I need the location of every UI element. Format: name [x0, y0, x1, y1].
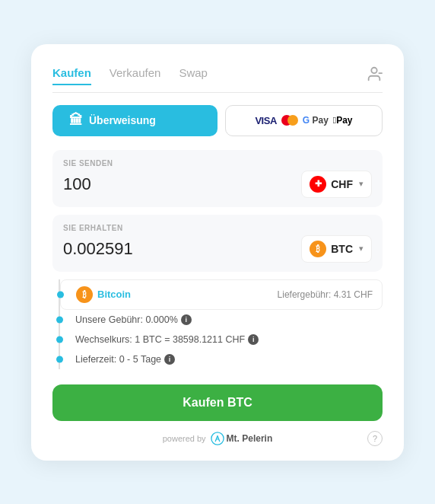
main-card: Kaufen Verkaufen Swap 🏛 Überweisung VISA… [31, 44, 404, 461]
receive-currency-code: BTC [331, 243, 353, 255]
send-input-group: SIE SENDEN 100 ✚ CHF ▾ [52, 150, 383, 207]
exchange-rate-row: Wechselkurs: 1 BTC = 38598.1211 CHF i [60, 330, 383, 349]
tab-swap[interactable]: Swap [179, 66, 208, 85]
send-currency-selector[interactable]: ✚ CHF ▾ [301, 171, 372, 198]
receive-currency-selector[interactable]: ₿ BTC ▾ [301, 235, 372, 263]
user-icon[interactable] [366, 65, 383, 86]
bank-transfer-label: Überweisung [89, 114, 156, 126]
help-icon[interactable]: ? [367, 431, 383, 446]
tab-verkaufen[interactable]: Verkaufen [110, 66, 161, 85]
powered-by-text: powered by [163, 434, 206, 443]
receive-currency-chevron: ▾ [359, 244, 364, 254]
tab-kaufen[interactable]: Kaufen [52, 66, 91, 85]
tab-bar: Kaufen Verkaufen Swap [52, 66, 208, 85]
chf-flag: ✚ [310, 176, 326, 193]
delivery-fee-text: Liefergebühr: 4.31 CHF [278, 289, 373, 300]
bank-icon: 🏛 [69, 113, 83, 129]
header: Kaufen Verkaufen Swap [52, 65, 383, 86]
footer: powered by Mt. Pelerin ? [52, 432, 383, 445]
send-amount[interactable]: 100 [63, 174, 91, 194]
fee-label: Unsere Gebühr: 0.000% [75, 314, 178, 325]
gpay-label: G Pay [303, 115, 329, 126]
exchange-rate-label: Wechselkurs: 1 BTC = 38598.1211 CHF [75, 334, 245, 345]
applepay-label: Pay [333, 115, 353, 126]
send-row: 100 ✚ CHF ▾ [63, 171, 372, 198]
svg-point-0 [371, 67, 376, 72]
card-payment-button[interactable]: VISA G Pay Pay [225, 105, 383, 136]
crypto-info-row: ₿ Bitcoin Liefergebühr: 4.31 CHF [60, 279, 383, 310]
receive-label: SIE ERHALTEN [63, 224, 372, 232]
delivery-time-row: Lieferzeit: 0 - 5 Tage i [60, 349, 383, 369]
pelerin-icon [211, 432, 224, 445]
visa-label: VISA [255, 115, 276, 126]
pelerin-brand-text: Mt. Pelerin [227, 433, 273, 444]
buy-button[interactable]: Kaufen BTC [52, 384, 383, 421]
pelerin-logo: Mt. Pelerin [211, 432, 273, 445]
receive-amount[interactable]: 0.002591 [63, 239, 133, 259]
bitcoin-label: ₿ Bitcoin [76, 286, 131, 303]
mastercard-icon [281, 115, 298, 126]
receive-input-group: SIE ERHALTEN 0.002591 ₿ BTC ▾ [52, 215, 383, 272]
exchange-info-icon[interactable]: i [248, 334, 259, 345]
svg-point-2 [211, 432, 223, 444]
send-currency-chevron: ▾ [359, 179, 364, 189]
bitcoin-icon-small: ₿ [76, 286, 93, 303]
receive-row: 0.002591 ₿ BTC ▾ [63, 235, 372, 263]
fee-info-icon[interactable]: i [181, 314, 192, 325]
btc-icon: ₿ [310, 241, 326, 257]
payment-methods: 🏛 Überweisung VISA G Pay Pay [52, 105, 383, 136]
delivery-info-icon[interactable]: i [164, 354, 175, 365]
send-currency-code: CHF [331, 178, 353, 190]
delivery-time-label: Lieferzeit: 0 - 5 Tage [75, 354, 161, 365]
fee-row: Unsere Gebühr: 0.000% i [60, 310, 383, 330]
bank-transfer-button[interactable]: 🏛 Überweisung [52, 105, 218, 136]
crypto-name: Bitcoin [97, 289, 131, 300]
send-label: SIE SENDEN [63, 159, 372, 167]
info-section: ₿ Bitcoin Liefergebühr: 4.31 CHF Unsere … [59, 279, 383, 369]
tab-divider [52, 92, 383, 93]
